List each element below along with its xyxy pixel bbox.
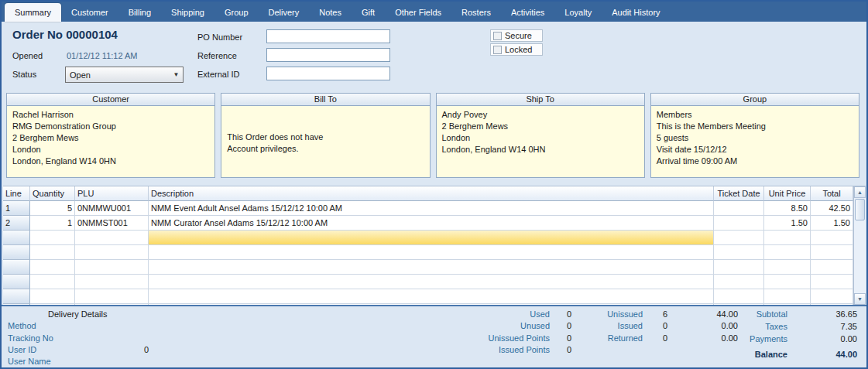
cell-plu[interactable]: 0NMMWU001: [75, 201, 149, 216]
row-header[interactable]: [3, 289, 30, 304]
cell-unit-price[interactable]: [764, 275, 811, 289]
row-header[interactable]: [3, 260, 30, 275]
cell-plu[interactable]: [75, 289, 149, 304]
reference-input[interactable]: [266, 48, 390, 62]
cell-total[interactable]: [811, 260, 853, 275]
cell-plu[interactable]: [75, 245, 149, 260]
tab-audit-history[interactable]: Audit History: [602, 4, 670, 22]
tab-rosters[interactable]: Rosters: [451, 4, 501, 22]
cell-ticket-date[interactable]: [714, 289, 764, 304]
scroll-up-button[interactable]: ▲: [854, 186, 866, 198]
panel-line: This Order does not have: [227, 132, 424, 143]
cell-plu[interactable]: 0NMMST001: [75, 216, 149, 231]
active-entry-cell[interactable]: [149, 231, 714, 245]
locked-label: Locked: [505, 45, 532, 54]
ship-to-panel-body: Andy Povey 2 Berghem Mews London London,…: [437, 106, 644, 177]
column-header-plu[interactable]: PLU: [75, 186, 149, 201]
order-window: Summary Customer Billing Shipping Group …: [0, 0, 868, 369]
cell-description[interactable]: NMM Event Adult Ansel Adams 15/12/12 10:…: [149, 201, 714, 216]
tab-delivery[interactable]: Delivery: [259, 4, 310, 22]
tab-customer[interactable]: Customer: [61, 4, 118, 22]
external-id-input[interactable]: [266, 67, 390, 80]
tab-activities[interactable]: Activities: [501, 4, 554, 22]
tab-billing[interactable]: Billing: [118, 4, 161, 22]
cell-ticket-date[interactable]: [714, 216, 764, 231]
cell-ticket-date[interactable]: [714, 260, 764, 275]
cell-quantity[interactable]: [30, 260, 75, 275]
tab-shipping[interactable]: Shipping: [161, 4, 214, 22]
table-row-selected[interactable]: [3, 231, 853, 245]
cell-quantity[interactable]: [30, 245, 75, 260]
tab-summary[interactable]: Summary: [5, 3, 61, 22]
customer-panel: Customer Rachel Harrison RMG Demonstrati…: [6, 93, 215, 178]
row-header[interactable]: [3, 245, 30, 260]
cell-total[interactable]: [811, 275, 853, 289]
secure-checkbox[interactable]: Secure: [490, 29, 543, 42]
cell-total[interactable]: 42.50: [811, 201, 853, 216]
cell-plu[interactable]: [75, 260, 149, 275]
column-header-ticket-date[interactable]: Ticket Date: [714, 186, 764, 201]
column-header-quantity[interactable]: Quantity: [30, 186, 75, 201]
scroll-down-button[interactable]: ▼: [854, 293, 866, 305]
tab-gift[interactable]: Gift: [352, 4, 385, 22]
cell-description[interactable]: [149, 289, 714, 304]
panel-line: London: [12, 144, 209, 155]
cell-total[interactable]: [811, 231, 853, 245]
column-header-total[interactable]: Total: [811, 186, 853, 201]
vertical-scrollbar[interactable]: ▲ ▼: [853, 186, 866, 305]
returned-label: Returned: [565, 333, 643, 343]
cell-unit-price[interactable]: 1.50: [764, 216, 811, 231]
cell-plu[interactable]: [75, 231, 149, 245]
table-row[interactable]: [3, 245, 853, 260]
row-header[interactable]: 1: [3, 201, 30, 216]
column-header-line[interactable]: Line: [3, 186, 30, 201]
cell-total[interactable]: [811, 289, 853, 304]
delivery-details-title: Delivery Details: [48, 309, 107, 319]
table-row[interactable]: [3, 260, 853, 275]
cell-ticket-date[interactable]: [714, 275, 764, 289]
row-header[interactable]: [3, 231, 30, 245]
status-dropdown[interactable]: Open ▼: [65, 67, 184, 83]
table-row[interactable]: [3, 289, 853, 304]
locked-checkbox[interactable]: Locked: [490, 43, 543, 56]
cell-quantity[interactable]: [30, 289, 75, 304]
tab-other-fields[interactable]: Other Fields: [385, 4, 451, 22]
po-number-input[interactable]: [266, 29, 390, 43]
column-header-description[interactable]: Description: [149, 186, 714, 201]
tab-group[interactable]: Group: [214, 4, 259, 22]
cell-unit-price[interactable]: [764, 245, 811, 260]
cell-description[interactable]: [149, 260, 714, 275]
cell-total[interactable]: [811, 245, 853, 260]
user-name-label: User Name: [8, 357, 51, 366]
panel-line: Andy Povey: [442, 109, 639, 121]
cell-description[interactable]: [149, 245, 714, 260]
table-row[interactable]: 1 5 0NMMWU001 NMM Event Adult Ansel Adam…: [3, 201, 853, 216]
cell-description[interactable]: NMM Curator Ansel Adams 15/12/12 10:00 A…: [149, 216, 714, 231]
cell-ticket-date[interactable]: [714, 245, 764, 260]
cell-unit-price[interactable]: 8.50: [764, 201, 811, 216]
checkbox-icon: [493, 32, 502, 40]
cell-unit-price[interactable]: [764, 289, 811, 304]
user-id-label: User ID: [8, 345, 36, 354]
cell-unit-price[interactable]: [764, 231, 811, 245]
tab-notes[interactable]: Notes: [309, 4, 352, 22]
cell-unit-price[interactable]: [764, 260, 811, 275]
cell-ticket-date[interactable]: [714, 201, 764, 216]
cell-plu[interactable]: [75, 275, 149, 289]
cell-quantity[interactable]: [30, 275, 75, 289]
scroll-thumb[interactable]: [855, 199, 865, 220]
scroll-track[interactable]: [854, 221, 866, 293]
cell-quantity[interactable]: [30, 231, 75, 245]
cell-quantity[interactable]: 5: [30, 201, 75, 216]
cell-quantity[interactable]: 1: [30, 216, 75, 231]
cell-ticket-date[interactable]: [714, 231, 764, 245]
table-row[interactable]: [3, 275, 853, 289]
row-header[interactable]: [3, 275, 30, 289]
column-header-unit-price[interactable]: Unit Price: [764, 186, 811, 201]
cell-total[interactable]: 1.50: [811, 216, 853, 231]
subtotal-label: Subtotal: [720, 309, 787, 319]
row-header[interactable]: 2: [3, 216, 30, 231]
tab-loyalty[interactable]: Loyalty: [554, 4, 602, 22]
table-row[interactable]: 2 1 0NMMST001 NMM Curator Ansel Adams 15…: [3, 216, 853, 231]
cell-description[interactable]: [149, 275, 714, 289]
